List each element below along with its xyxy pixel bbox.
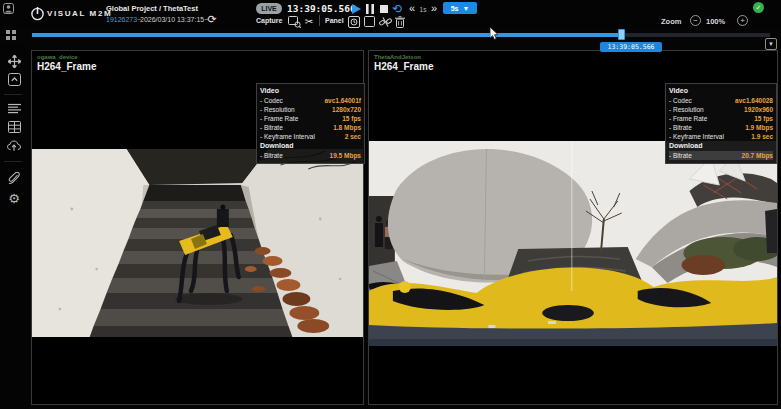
pause-button[interactable] [364,3,376,15]
info-row: - Codecavc1.640028 [669,96,773,105]
mouse-cursor [490,26,501,44]
timeline-tooltip: 13:39:05.566 [600,42,662,52]
capture-label: Capture [256,17,282,24]
data-list-icon[interactable] [6,100,22,116]
panel-label: Panel [325,17,344,24]
step-size-label: 1s [418,4,428,14]
range-timestamp: 2026/03/10 13:37:15~ [140,16,208,23]
breadcrumb: Global Project / ThetaTest [106,4,198,13]
apps-grid-icon[interactable] [5,29,17,41]
video-info-overlay: Video - Codecavc1.640028 - Resolution192… [665,83,777,164]
app-window: VISUAL M2M Global Project / ThetaTest 19… [0,0,781,409]
move-tool-icon[interactable] [6,53,22,69]
stairs-scene [32,149,363,337]
video-info-overlay: Video - Codecavc1.64001f - Resolution128… [256,83,365,164]
chevron-down-icon: ▼ [462,5,469,12]
sidebar-divider [4,94,22,95]
speed-value: 5s [451,5,459,12]
panorama-scene [369,141,777,346]
speed-dropdown[interactable]: 5s ▼ [443,2,477,14]
collapse-panel-icon[interactable] [6,71,22,87]
sequence-link[interactable]: 19126273~ [106,16,141,23]
info-row-highlighted: - Bitrate20.7 Mbps [669,151,773,160]
info-section-video: Video [260,86,361,96]
logo-wordmark: VISUAL M2M [47,9,112,18]
info-row: - Codecavc1.64001f [260,96,361,105]
sidebar-divider [4,161,22,162]
settings-gear-icon[interactable]: ⚙ [6,190,22,206]
panel-frame-icon[interactable] [363,15,376,28]
info-row: - Frame Rate15 fps [260,114,361,123]
current-time: 13:39:05.566 [287,3,356,14]
skip-forward-button[interactable]: » [428,2,440,14]
device-name: ThetaAndJetson [374,54,421,60]
visual-m2m-logo-icon [29,5,45,21]
live-badge[interactable]: LIVE [256,3,282,14]
device-name: ogawa_device [37,54,78,60]
zoom-in-button[interactable]: + [737,15,748,26]
repeat-button[interactable]: ⟲ [390,2,404,16]
zoom-out-button[interactable]: − [690,15,701,26]
account-icon[interactable] [2,2,14,14]
clip-scissors-icon[interactable]: ✂ [303,15,315,28]
info-row: - Keyframe Interval2 sec [260,132,361,141]
toolbar-divider [319,15,320,26]
video-panel-1[interactable]: ogawa_device H264_Frame [31,50,364,405]
zoom-level: 100% [706,17,725,26]
skip-back-button[interactable]: « [406,2,418,14]
cloud-upload-icon[interactable] [6,137,22,153]
unlink-icon[interactable] [378,15,392,28]
info-section-video: Video [669,86,773,96]
timeline-progress [32,33,623,37]
info-row: - Bitrate19.5 Mbps [260,151,361,160]
timeline-handle[interactable] [618,29,625,40]
attachment-icon[interactable] [6,170,22,186]
zoom-label: Zoom [661,17,681,26]
grid-table-icon[interactable] [6,119,22,135]
stop-button[interactable] [378,3,390,15]
top-toolbar: VISUAL M2M Global Project / ThetaTest 19… [0,0,781,28]
stream-name: H264_Frame [374,61,433,72]
info-section-download: Download [260,141,361,151]
connection-status-icon: ✓ [753,2,764,13]
info-row: - Frame Rate15 fps [669,114,773,123]
info-row: - Resolution1280x720 [260,105,361,114]
panel-history-icon[interactable] [347,15,361,28]
info-row: - Keyframe Interval1.9 sec [669,132,773,141]
info-row: - Bitrate1.8 Mbps [260,123,361,132]
play-button[interactable] [350,3,362,15]
info-row: - Bitrate1.9 Mbps [669,123,773,132]
stream-name: H264_Frame [37,61,96,72]
capture-screenshot-icon[interactable] [287,15,301,28]
trash-icon[interactable] [394,15,406,28]
video-panel-2[interactable]: ThetaAndJetson H264_Frame [368,50,778,405]
info-section-download: Download [669,141,773,151]
video-feed-360[interactable] [369,141,777,346]
video-feed-stairs[interactable] [32,149,363,337]
timeline-follow-toggle[interactable]: ▼ [765,38,777,50]
info-row: - Resolution1920x960 [669,105,773,114]
refresh-icon[interactable]: ⟳ [206,13,218,25]
left-sidebar: ⚙ [0,44,28,409]
